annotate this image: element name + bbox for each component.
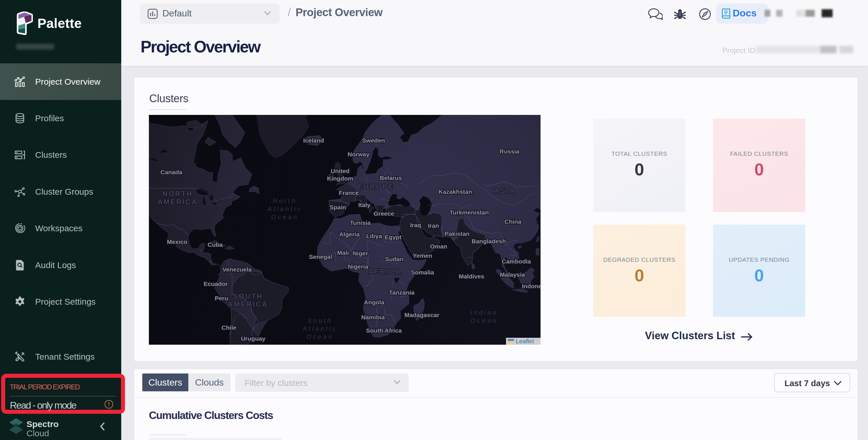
svg-text:Senegal: Senegal [309,253,332,260]
svg-text:Norway: Norway [348,151,370,158]
svg-text:Iceland: Iceland [303,137,324,144]
svg-text:North: North [273,197,297,205]
svg-text:Italy: Italy [358,201,370,208]
svg-text:Chile: Chile [221,324,236,331]
svg-text:Uruguay: Uruguay [241,335,266,342]
svg-text:Peru: Peru [215,295,228,302]
svg-text:Malaysia: Malaysia [500,271,525,278]
svg-text:SOUTH: SOUTH [233,292,263,300]
svg-text:Belarus: Belarus [379,175,402,181]
svg-text:Iraq: Iraq [410,222,421,228]
svg-text:France: France [339,189,359,196]
svg-text:Ecuador: Ecuador [204,280,228,287]
svg-text:Egypt: Egypt [385,234,401,241]
svg-text:Maldives: Maldives [459,273,485,280]
svg-text:Somalia: Somalia [411,269,434,276]
svg-text:Pakistan: Pakistan [445,230,469,237]
svg-text:South Africa: South Africa [366,327,402,334]
svg-text:AMERICA: AMERICA [158,198,198,206]
svg-text:Libya: Libya [366,233,382,239]
svg-text:AFRICA: AFRICA [369,268,402,275]
svg-text:Ocean: Ocean [471,317,498,324]
svg-text:Kazakhstan: Kazakhstan [439,188,472,195]
svg-text:Ocean: Ocean [306,333,334,340]
svg-text:Indonesia: Indonesia [522,283,540,289]
svg-text:Namibia: Namibia [361,314,385,320]
svg-text:Indian: Indian [470,309,498,316]
svg-text:Cambodia: Cambodia [502,258,531,264]
svg-text:EUROPE: EUROPE [358,183,394,191]
svg-text:Kingdom: Kingdom [327,175,353,182]
svg-text:China: China [504,218,522,225]
svg-text:Tunisia: Tunisia [350,219,371,226]
svg-text:Spain: Spain [330,204,346,211]
svg-text:Yemen: Yemen [413,252,432,259]
svg-text:NORTH: NORTH [162,190,193,197]
svg-text:Canada: Canada [160,169,182,176]
svg-text:Ocean: Ocean [271,213,299,221]
svg-text:Niger: Niger [352,250,368,257]
svg-text:Tanzania: Tanzania [389,289,415,296]
svg-text:Cuba: Cuba [208,241,223,248]
svg-text:United: United [331,167,349,174]
svg-text:Iran: Iran [428,222,439,229]
svg-text:Oman: Oman [430,243,447,250]
svg-text:Bangladesh: Bangladesh [471,238,506,245]
svg-text:Madagascar: Madagascar [404,312,439,318]
svg-text:Greece: Greece [374,210,394,217]
svg-text:Mali: Mali [337,249,349,256]
svg-text:ASIA: ASIA [494,187,515,195]
svg-text:Sweden: Sweden [362,137,385,144]
svg-text:Atlantic: Atlantic [267,205,302,213]
svg-text:Russia: Russia [500,148,520,155]
svg-text:Angola: Angola [364,299,384,306]
svg-text:Mexico: Mexico [167,239,187,245]
svg-text:Venezuela: Venezuela [222,266,252,273]
svg-text:Algeria: Algeria [339,231,360,238]
svg-text:Turkmenistan: Turkmenistan [450,209,489,216]
svg-text:Atlantic: Atlantic [302,325,337,332]
svg-text:Sudan: Sudan [385,256,403,262]
svg-text:South: South [307,317,333,324]
svg-text:AMERICA: AMERICA [228,300,268,308]
svg-text:Nigeria: Nigeria [348,263,368,270]
